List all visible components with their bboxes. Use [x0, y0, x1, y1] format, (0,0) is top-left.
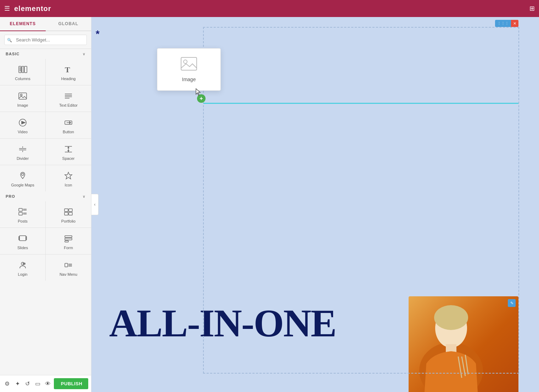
section-move-button[interactable]: ⋮⋮⋮ [495, 20, 511, 27]
login-svg [18, 261, 27, 270]
section-label-basic: BASIC [6, 52, 19, 56]
portfolio-icon [63, 207, 73, 217]
widget-label-video: Video [18, 130, 28, 134]
asterisk-decoration: * [96, 28, 100, 40]
svg-rect-43 [65, 236, 72, 237]
widget-divider[interactable]: Divider [0, 139, 45, 165]
drop-plus-indicator: + [197, 94, 206, 103]
svg-rect-42 [26, 236, 27, 240]
video-svg [18, 118, 27, 127]
elementor-logo: elementor [14, 5, 51, 13]
section-header-pro[interactable]: PRO ∨ [0, 191, 91, 201]
widget-label-image: Image [17, 103, 28, 107]
svg-point-54 [184, 60, 187, 63]
section-label-pro: PRO [6, 194, 15, 198]
svg-marker-15 [22, 121, 25, 124]
svg-rect-41 [19, 236, 19, 240]
image-drag-icon [180, 57, 197, 74]
grid-icon[interactable]: ⊞ [529, 5, 535, 12]
image-card-label: Image [182, 77, 196, 82]
svg-text:T: T [65, 65, 70, 74]
widget-spacer[interactable]: Spacer [46, 139, 91, 165]
widget-login[interactable]: Login [0, 254, 45, 281]
image-drag-card: Image [157, 48, 221, 91]
collapse-handle[interactable]: ‹ [91, 194, 99, 215]
icon-widget-icon [63, 171, 73, 181]
settings-button[interactable]: ⚙ [3, 378, 12, 390]
sidebar: ELEMENTS GLOBAL BASIC ∨ [0, 17, 91, 392]
widget-label-text-editor: Text Editor [59, 103, 78, 107]
nav-menu-svg [64, 261, 73, 270]
svg-rect-44 [65, 238, 72, 240]
preview-button[interactable]: 👁 [44, 378, 52, 390]
slides-svg [18, 234, 27, 243]
form-svg [64, 234, 73, 243]
widget-label-login: Login [18, 272, 28, 276]
svg-rect-30 [19, 208, 22, 211]
video-icon [18, 118, 28, 128]
search-input[interactable] [4, 35, 87, 45]
form-icon [63, 234, 73, 243]
button-icon [63, 118, 73, 128]
slides-icon [18, 234, 28, 243]
widget-label-form: Form [64, 246, 73, 250]
svg-point-9 [21, 94, 22, 96]
publish-btn-group: PUBLISH ▲ [54, 378, 88, 389]
svg-rect-38 [64, 212, 68, 215]
svg-rect-33 [19, 212, 22, 215]
widget-label-button: Button [63, 130, 74, 134]
search-bar [0, 31, 91, 49]
widget-form[interactable]: Form [46, 228, 91, 254]
tab-elements[interactable]: ELEMENTS [0, 17, 46, 31]
widget-icon[interactable]: Icon [46, 165, 91, 191]
section-controls: ⋮⋮⋮ ✕ [495, 20, 518, 27]
tab-global[interactable]: GLOBAL [46, 17, 91, 30]
widget-button[interactable]: Button [46, 112, 91, 138]
heading-icon: T [63, 65, 73, 74]
svg-rect-39 [69, 212, 72, 215]
icon-svg [64, 171, 73, 180]
widget-nav-menu[interactable]: Nav Menu [46, 254, 91, 281]
divider-icon [18, 144, 28, 154]
button-svg [64, 118, 73, 127]
svg-marker-29 [65, 172, 72, 179]
columns-icon [18, 65, 28, 74]
main-layout: ELEMENTS GLOBAL BASIC ∨ [0, 17, 539, 392]
widget-text-editor[interactable]: Text Editor [46, 85, 91, 112]
chevron-down-pro-icon: ∨ [83, 195, 85, 198]
widget-google-maps[interactable]: Google Maps [0, 165, 45, 191]
section-close-button[interactable]: ✕ [511, 20, 518, 27]
widget-label-posts: Posts [18, 219, 28, 223]
svg-rect-0 [19, 66, 21, 73]
image-card-svg [180, 57, 197, 71]
widget-label-nav-menu: Nav Menu [60, 272, 77, 276]
widget-columns[interactable]: Columns [0, 59, 45, 85]
widget-slides[interactable]: Slides [0, 228, 45, 254]
top-bar: ☰ elementor ⊞ [0, 0, 539, 17]
widget-label-heading: Heading [61, 77, 76, 81]
widget-posts[interactable]: Posts [0, 201, 45, 228]
responsive-button[interactable]: ▭ [33, 378, 42, 390]
history-button[interactable]: ↺ [23, 378, 32, 390]
widget-label-divider: Divider [17, 156, 29, 161]
sidebar-tabs: ELEMENTS GLOBAL [0, 17, 91, 31]
style-button[interactable]: ✦ [13, 378, 22, 390]
publish-button[interactable]: PUBLISH [54, 378, 88, 389]
image-svg [18, 91, 27, 101]
svg-rect-53 [181, 57, 197, 70]
google-maps-icon [18, 171, 28, 181]
widget-portfolio[interactable]: Portfolio [46, 201, 91, 228]
widget-label-google-maps: Google Maps [11, 183, 34, 187]
nav-menu-icon [63, 260, 73, 270]
widget-heading[interactable]: T Heading [46, 59, 91, 85]
widget-label-slides: Slides [17, 246, 28, 250]
section-header-basic[interactable]: BASIC ∨ [0, 49, 91, 59]
text-editor-icon [63, 91, 73, 101]
widget-label-spacer: Spacer [62, 156, 75, 161]
basic-widgets-grid: Columns T Heading [0, 59, 91, 191]
widget-video[interactable]: Video [0, 112, 45, 138]
widget-image[interactable]: Image [0, 85, 45, 112]
svg-rect-1 [22, 66, 24, 73]
columns-svg [18, 65, 27, 74]
hamburger-icon[interactable]: ☰ [4, 5, 10, 12]
